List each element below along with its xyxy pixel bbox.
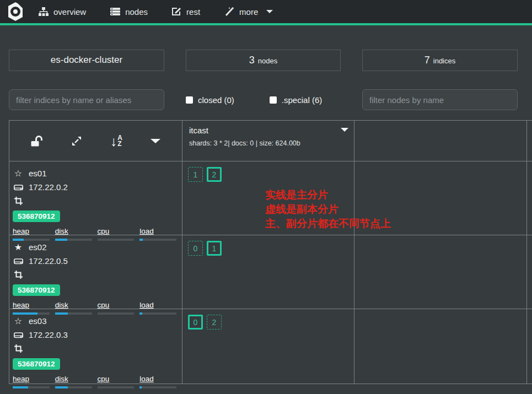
- stat-label-load: load: [139, 375, 154, 383]
- hdd-icon: [13, 183, 24, 191]
- filter-nodes-input[interactable]: [362, 89, 518, 110]
- stat-label-cpu: cpu: [98, 227, 110, 235]
- nav-item-rest[interactable]: rest: [172, 7, 200, 17]
- annotation-line: 实线是主分片: [265, 188, 391, 202]
- node-name[interactable]: es01: [29, 169, 47, 178]
- shard-box[interactable]: 0: [188, 315, 203, 330]
- closed-checkbox-label: closed (0): [198, 95, 234, 105]
- cluster-summary: es-docker-cluster 3 nodes 7 indices: [9, 50, 532, 71]
- special-checkbox[interactable]: [270, 96, 277, 104]
- indices-count-box: 7 indices: [362, 50, 518, 71]
- index-name[interactable]: itcast: [189, 126, 347, 135]
- shard-box[interactable]: 2: [207, 167, 222, 182]
- filter-row: closed (0) .special (6): [9, 89, 532, 110]
- heap-max-badge: 536870912: [13, 211, 60, 222]
- nav-item-nodes[interactable]: nodes: [110, 7, 148, 17]
- stat-label-cpu: cpu: [98, 301, 110, 309]
- stat-label-heap: heap: [13, 301, 29, 309]
- node-row-es01: ☆ es01 172.22.0.2 536870912 heap disk cp…: [9, 161, 182, 235]
- disk-bar: [55, 386, 92, 388]
- navbar: overview nodes rest more: [0, 0, 532, 25]
- shard-box[interactable]: 1: [207, 241, 222, 256]
- nodes-count-box: 3 nodes: [186, 50, 341, 71]
- stat-label-heap: heap: [13, 375, 29, 383]
- heap-max-badge: 536870912: [13, 284, 60, 296]
- closed-checkbox[interactable]: [186, 96, 193, 104]
- indices-count-label: indices: [433, 57, 455, 65]
- node-ip: 172.22.0.5: [29, 256, 68, 266]
- node-name[interactable]: es02: [29, 242, 47, 252]
- stat-label-disk: disk: [55, 375, 68, 383]
- annotation-line: 主、副分片都在不同节点上: [265, 217, 391, 231]
- sitemap-icon: [39, 7, 49, 16]
- hdd-icon: [13, 331, 24, 339]
- index-caret-down-icon[interactable]: [341, 128, 348, 132]
- magic-wand-icon: [224, 7, 234, 16]
- sort-alpha-down-icon[interactable]: ↓ A Z: [110, 135, 122, 147]
- shard-cell-es02: 0 1: [182, 235, 354, 309]
- cluster-name: es-docker-cluster: [51, 55, 122, 66]
- nodes-count: 3: [249, 55, 255, 66]
- indices-count: 7: [424, 55, 430, 66]
- expand-arrows-icon[interactable]: [71, 136, 82, 147]
- annotation-line: 虚线是副本分片: [265, 202, 391, 217]
- nav-label-rest: rest: [186, 7, 200, 17]
- closed-checkbox-pair: closed (0): [186, 95, 234, 105]
- crop-icon[interactable]: [13, 344, 24, 353]
- sliver-cell: [527, 309, 532, 384]
- index-filter-checkboxes: closed (0) .special (6): [186, 95, 341, 105]
- special-checkbox-label: .special (6): [282, 95, 322, 105]
- load-bar: [139, 386, 176, 388]
- filter-indices-input[interactable]: [9, 89, 164, 110]
- nav-item-more[interactable]: more: [224, 7, 273, 17]
- header-empty-cell: [354, 121, 527, 161]
- node-row-es03: ☆ es03 172.22.0.3 536870912 heap disk cp…: [9, 309, 182, 384]
- cluster-name-box: es-docker-cluster: [9, 50, 164, 71]
- pencil-square-icon: [172, 7, 181, 16]
- overview-table: ↓ A Z itcast shards: 3 * 2| docs: 0 | si…: [9, 120, 532, 384]
- empty-cell: [354, 235, 527, 309]
- shard-box[interactable]: 1: [188, 167, 203, 182]
- node-stats: heap disk cpu load: [13, 374, 176, 388]
- node-name[interactable]: es03: [29, 316, 47, 326]
- special-checkbox-pair: .special (6): [270, 95, 322, 105]
- index-meta: shards: 3 * 2| docs: 0 | size: 624.00b: [189, 139, 347, 147]
- star-icon: ☆: [13, 316, 24, 326]
- crop-icon[interactable]: [13, 197, 24, 205]
- stat-label-load: load: [139, 301, 154, 309]
- chevron-down-icon: [266, 10, 273, 13]
- hdd-icon: [13, 257, 24, 265]
- node-ip: 172.22.0.2: [29, 182, 68, 192]
- nodes-count-label: nodes: [258, 57, 277, 65]
- shard-annotation-text: 实线是主分片 虚线是副本分片 主、副分片都在不同节点上: [265, 188, 391, 231]
- stat-label-disk: disk: [55, 301, 68, 309]
- node-ip: 172.22.0.3: [29, 330, 68, 339]
- star-icon: ☆: [13, 168, 24, 179]
- stat-label-disk: disk: [55, 227, 68, 235]
- nav-label-overview: overview: [53, 7, 86, 17]
- shard-box[interactable]: 0: [188, 241, 203, 256]
- nav-label-more: more: [239, 7, 258, 17]
- header-sliver-cell: [527, 121, 532, 161]
- heap-bar: [13, 386, 50, 388]
- caret-down-icon[interactable]: [151, 139, 160, 143]
- cerebro-logo-icon[interactable]: [6, 2, 25, 21]
- stat-label-heap: heap: [13, 227, 29, 235]
- stat-label-cpu: cpu: [98, 375, 110, 383]
- node-row-es02: ★ es02 172.22.0.5 536870912 heap disk cp…: [9, 235, 182, 309]
- heap-max-badge: 536870912: [13, 358, 60, 370]
- sliver-cell: [527, 161, 532, 235]
- sliver-cell: [527, 235, 532, 309]
- nav-item-overview[interactable]: overview: [39, 7, 86, 17]
- stat-label-load: load: [139, 227, 154, 235]
- crop-icon[interactable]: [13, 271, 24, 279]
- nav-label-nodes: nodes: [125, 7, 148, 17]
- empty-cell: [354, 309, 527, 384]
- shard-box[interactable]: 2: [207, 315, 222, 330]
- star-icon: ★: [13, 242, 24, 252]
- index-column-header: itcast shards: 3 * 2| docs: 0 | size: 62…: [182, 121, 354, 161]
- unlock-icon[interactable]: [31, 136, 43, 147]
- server-list-icon: [110, 7, 120, 16]
- shard-cell-es03: 0 2: [182, 309, 354, 384]
- table-header-controls: ↓ A Z: [9, 121, 182, 161]
